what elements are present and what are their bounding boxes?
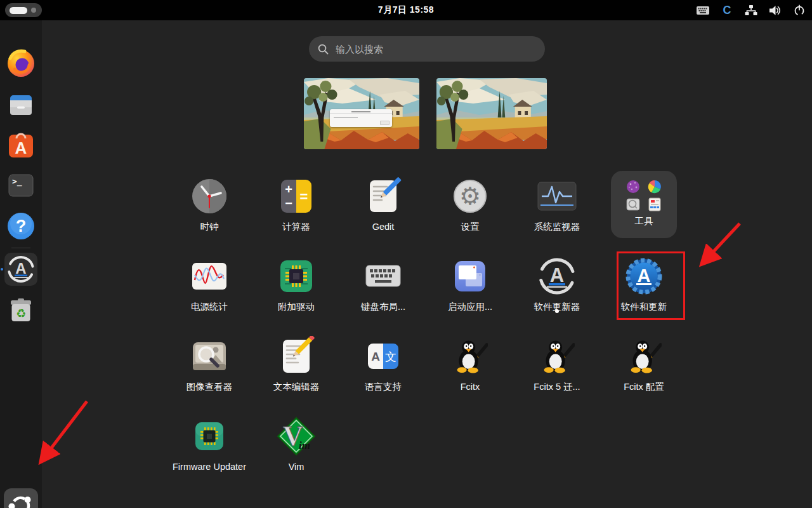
dock-running-indicator [1, 268, 3, 271]
folder-label: 工具 [635, 215, 653, 227]
search-input[interactable] [334, 43, 536, 55]
dock-item-help[interactable]: ? [6, 211, 36, 241]
app-item-power-statistics[interactable]: 电源统计 [171, 256, 247, 312]
settings-gear-icon: ⚙ [450, 176, 490, 217]
dock-item-software-properties[interactable]: A [6, 254, 36, 284]
terminal-prompt: >_ [12, 177, 22, 187]
system-monitor-icon [537, 176, 577, 217]
language-support-icon: A 文 [363, 336, 403, 377]
calc-plus: + [285, 182, 292, 196]
calc-equals: = [300, 189, 308, 204]
network-wired-icon[interactable] [743, 3, 759, 18]
ubuntu-software-icon: A [6, 130, 36, 160]
app-item-fcitx5-migrator[interactable]: Fcitx 5 迁... [519, 336, 595, 392]
updater-a: A [550, 264, 564, 286]
app-label: Fcitx 5 迁... [534, 381, 580, 392]
clock-label[interactable]: 7月7日 15:58 [0, 0, 812, 20]
fcitx-tux-icon [626, 338, 662, 374]
terminal-icon: >_ [6, 170, 36, 201]
top-bar: 7月7日 15:58 C [0, 0, 812, 20]
help-question-mark: ? [16, 217, 27, 236]
help-icon: ? [6, 211, 36, 241]
app-item-settings[interactable]: ⚙ 设置 [432, 176, 508, 232]
app-item-system-monitor[interactable]: 系统监视器 [519, 176, 595, 232]
power-icon[interactable] [792, 3, 807, 18]
annotation-arrow-software-updates [703, 224, 740, 263]
settings-gear-glyph: ⚙ [459, 183, 481, 210]
lang-a: A [371, 350, 380, 363]
lang-wen: 文 [385, 351, 396, 363]
running-indicator-dot [555, 309, 559, 313]
softprop-a: A [638, 265, 651, 286]
app-label: 语言支持 [365, 381, 402, 392]
calc-minus: − [285, 196, 292, 210]
dock-separator [11, 248, 30, 248]
app-item-software-updater[interactable]: A 软件更新器 [519, 256, 595, 312]
keyboard-indicator-icon[interactable] [695, 3, 710, 18]
app-item-startup-applications[interactable]: 启动应用... [432, 256, 508, 312]
app-label: 设置 [461, 221, 480, 232]
app-item-text-editor[interactable]: 文本编辑器 [258, 336, 334, 392]
ubuntu-software-a: A [15, 138, 27, 157]
dash-dock: A >_ ? A [0, 20, 42, 508]
workspace-thumbnail-2[interactable] [436, 78, 547, 149]
fcitx-tux-icon [452, 338, 488, 374]
vim-im: im [299, 439, 310, 451]
app-label: 附加驱动 [278, 301, 315, 312]
app-item-fcitx-config[interactable]: Fcitx 配置 [606, 336, 682, 392]
text-editor-icon [276, 336, 317, 377]
workspace-dialog-window [330, 109, 392, 127]
app-item-language-support[interactable]: A 文 语言支持 [345, 336, 421, 392]
dock-item-ubuntu-software[interactable]: A [6, 130, 36, 160]
app-item-software-and-updates[interactable]: A 软件和更新 [606, 256, 682, 312]
additional-drivers-icon [276, 256, 317, 297]
app-item-keyboard-layout[interactable]: 键盘布局... [345, 256, 421, 312]
app-item-additional-drivers[interactable]: 附加驱动 [258, 256, 334, 312]
dock-item-firefox[interactable] [6, 48, 36, 79]
dock-item-files[interactable] [6, 89, 36, 119]
fcitx-tux-icon [539, 338, 575, 374]
app-label: Gedit [372, 221, 395, 232]
software-properties-icon: A [6, 254, 36, 284]
clock-icon [189, 176, 230, 217]
fcitx-input-icon[interactable]: C [719, 3, 735, 18]
wallpaper [436, 78, 547, 149]
app-folder-tools[interactable]: 工具 [611, 171, 677, 238]
power-statistics-icon [189, 256, 230, 297]
software-updater-icon: A [537, 256, 577, 297]
app-label: 计算器 [282, 221, 310, 232]
search-icon [318, 44, 329, 55]
firmware-updater-icon [189, 416, 230, 457]
app-item-gedit[interactable]: Gedit [345, 176, 421, 232]
startup-applications-icon [450, 256, 490, 297]
trash-icon: ♻ [6, 295, 36, 325]
search-bar[interactable] [309, 36, 545, 62]
app-label: 键盘布局... [361, 301, 405, 312]
logs-document-icon [647, 197, 662, 212]
calculator-icon: + − = [276, 176, 317, 217]
app-item-vim[interactable]: V im Vim [258, 416, 334, 472]
folder-preview-grid [625, 179, 662, 212]
dock-item-trash[interactable]: ♻ [6, 295, 36, 325]
dock-item-terminal[interactable]: >_ [6, 170, 36, 201]
app-item-clock[interactable]: 时钟 [171, 176, 247, 232]
volume-icon[interactable] [768, 3, 783, 18]
disk-usage-pie-icon [647, 179, 662, 194]
app-label: 时钟 [200, 221, 219, 232]
app-label: Firmware Updater [173, 461, 246, 472]
files-icon [6, 89, 36, 119]
app-item-calculator[interactable]: + − = 计算器 [258, 176, 334, 232]
app-item-fcitx[interactable]: Fcitx [432, 336, 508, 392]
annotation-arrows [0, 0, 812, 508]
characters-globe-icon [625, 179, 641, 194]
recycle-glyph: ♻ [16, 307, 26, 320]
app-label: 图像查看器 [187, 381, 233, 392]
app-label: 电源统计 [191, 301, 228, 312]
vim-icon: V im [276, 416, 317, 457]
app-item-image-viewer[interactable]: 图像查看器 [171, 336, 247, 392]
app-item-firmware-updater[interactable]: Firmware Updater [171, 416, 247, 472]
image-viewer-icon [189, 336, 230, 377]
app-label: 系统监视器 [534, 221, 580, 232]
workspace-thumbnail-1[interactable] [304, 78, 419, 149]
show-applications-button[interactable] [6, 490, 36, 508]
